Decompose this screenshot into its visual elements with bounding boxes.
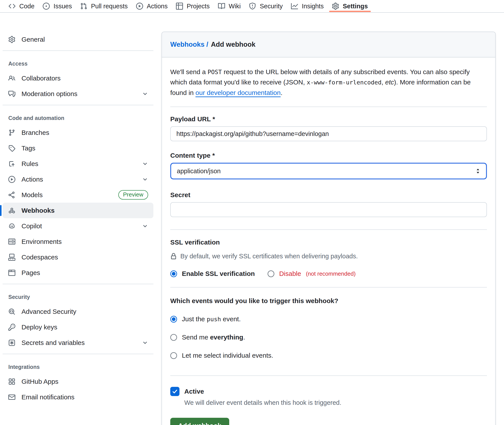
tab-actions[interactable]: Actions bbox=[132, 0, 172, 12]
codespaces-icon bbox=[8, 254, 15, 261]
secret-input[interactable] bbox=[170, 202, 487, 217]
tab-label: Insights bbox=[302, 3, 324, 10]
server-icon bbox=[8, 238, 15, 245]
tab-insights[interactable]: Insights bbox=[287, 0, 328, 12]
sidebar-item-deploy-keys[interactable]: Deploy keys bbox=[3, 319, 153, 335]
play-icon bbox=[136, 3, 143, 10]
settings-sidebar: General Access Collaborators Moderation … bbox=[0, 32, 153, 405]
sidebar-section-integrations: Integrations bbox=[8, 364, 153, 370]
tab-pull-requests[interactable]: Pull requests bbox=[76, 0, 132, 12]
sidebar-item-models[interactable]: Models Preview bbox=[3, 187, 153, 203]
developer-documentation-link[interactable]: our developer documentation bbox=[195, 89, 281, 96]
event-option-everything[interactable]: Send me everything. bbox=[170, 333, 487, 341]
sidebar-divider bbox=[3, 105, 153, 105]
browser-icon bbox=[8, 269, 15, 276]
tab-label: Projects bbox=[187, 3, 210, 10]
content-type-label: Content type * bbox=[170, 152, 487, 159]
sidebar-item-label: Rules bbox=[21, 160, 38, 167]
apps-grid-icon bbox=[8, 378, 15, 385]
breadcrumb-webhooks-link[interactable]: Webhooks / bbox=[170, 40, 208, 48]
radio-checked-icon[interactable] bbox=[170, 316, 177, 323]
breadcrumb: Webhooks / Add webhook bbox=[162, 32, 495, 57]
page-title: Add webhook bbox=[211, 40, 255, 48]
radio-unchecked-icon[interactable] bbox=[268, 270, 274, 277]
payload-url-input[interactable] bbox=[170, 126, 487, 141]
tab-label: Code bbox=[19, 3, 34, 10]
mail-icon bbox=[8, 394, 15, 401]
active-checkbox[interactable] bbox=[170, 387, 180, 396]
add-webhook-button[interactable]: Add webhook bbox=[170, 418, 229, 425]
sidebar-item-label: Advanced Security bbox=[21, 308, 76, 315]
tab-wiki[interactable]: Wiki bbox=[214, 0, 245, 12]
sidebar-item-secrets-and-variables[interactable]: Secrets and variables bbox=[3, 335, 153, 351]
sidebar-item-advanced-security[interactable]: Advanced Security bbox=[3, 304, 153, 319]
tab-settings[interactable]: Settings bbox=[328, 0, 372, 12]
sidebar-item-pages[interactable]: Pages bbox=[3, 265, 153, 280]
sidebar-item-label: General bbox=[21, 36, 45, 43]
radio-unchecked-icon[interactable] bbox=[170, 334, 177, 341]
sidebar-divider bbox=[3, 354, 153, 354]
graph-icon bbox=[291, 3, 298, 10]
tab-code[interactable]: Code bbox=[4, 0, 39, 12]
disable-ssl-note: (not recommended) bbox=[306, 270, 356, 277]
sidebar-item-tags[interactable]: Tags bbox=[3, 140, 153, 156]
sidebar-item-label: Models bbox=[21, 191, 43, 199]
sidebar-divider bbox=[3, 50, 153, 51]
lock-icon bbox=[170, 253, 177, 260]
sidebar-item-actions[interactable]: Actions bbox=[3, 172, 153, 187]
shield-icon bbox=[249, 3, 256, 10]
content-type-select[interactable]: application/json bbox=[170, 163, 487, 179]
enable-ssl-radio-option[interactable]: Enable SSL verification bbox=[170, 270, 255, 277]
tab-label: Security bbox=[260, 3, 283, 10]
chevron-down-icon bbox=[142, 91, 148, 97]
sidebar-item-label: Collaborators bbox=[21, 74, 60, 82]
section-divider bbox=[170, 106, 487, 107]
play-icon bbox=[8, 176, 15, 183]
radio-checked-icon[interactable] bbox=[170, 270, 177, 277]
radio-unchecked-icon[interactable] bbox=[170, 352, 177, 359]
check-icon bbox=[172, 388, 178, 394]
sidebar-item-rules[interactable]: Rules bbox=[3, 156, 153, 172]
tab-label: Pull requests bbox=[91, 3, 128, 10]
active-checkbox-row[interactable]: Active bbox=[170, 387, 487, 396]
event-option-individual[interactable]: Let me select individual events. bbox=[170, 352, 487, 359]
tab-security[interactable]: Security bbox=[245, 0, 287, 12]
comment-discussion-icon bbox=[8, 90, 15, 97]
people-icon bbox=[8, 75, 15, 82]
sidebar-item-collaborators[interactable]: Collaborators bbox=[3, 70, 153, 86]
sidebar-item-email-notifications[interactable]: Email notifications bbox=[3, 389, 153, 405]
sidebar-item-label: GitHub Apps bbox=[21, 378, 58, 385]
enable-ssl-label: Enable SSL verification bbox=[182, 270, 255, 277]
sidebar-item-general[interactable]: General bbox=[3, 32, 153, 47]
post-code-text: POST bbox=[207, 69, 222, 75]
disable-ssl-label: Disable bbox=[279, 270, 301, 277]
codescan-icon bbox=[8, 308, 15, 315]
tab-projects[interactable]: Projects bbox=[172, 0, 214, 12]
sidebar-item-branches[interactable]: Branches bbox=[3, 125, 153, 140]
models-icon bbox=[8, 192, 15, 199]
sidebar-item-moderation-options[interactable]: Moderation options bbox=[3, 86, 153, 101]
tab-issues[interactable]: Issues bbox=[39, 0, 76, 12]
disable-ssl-radio-option[interactable]: Disable (not recommended) bbox=[268, 270, 356, 277]
chevron-down-icon bbox=[142, 161, 148, 167]
webhook-icon bbox=[8, 207, 15, 214]
sidebar-item-codespaces[interactable]: Codespaces bbox=[3, 249, 153, 265]
chevron-down-icon bbox=[142, 340, 148, 346]
sidebar-item-label: Moderation options bbox=[21, 90, 77, 98]
sidebar-item-webhooks[interactable]: Webhooks bbox=[3, 203, 153, 218]
sidebar-item-label: Webhooks bbox=[21, 207, 55, 214]
push-code-text: push bbox=[207, 316, 221, 323]
sidebar-section-code-and-automation: Code and automation bbox=[8, 115, 153, 121]
select-arrows-icon bbox=[475, 167, 481, 175]
active-note: We will deliver event details when this … bbox=[184, 399, 487, 406]
issue-opened-icon bbox=[43, 3, 50, 10]
event-option-label: Let me select individual events. bbox=[182, 352, 273, 359]
event-option-just-push[interactable]: Just the push event. bbox=[170, 315, 487, 323]
gear-icon bbox=[8, 36, 15, 43]
section-divider bbox=[170, 287, 487, 287]
urlencoded-code-text: x-www-form-urlencoded bbox=[307, 79, 381, 86]
sidebar-item-github-apps[interactable]: GitHub Apps bbox=[3, 374, 153, 389]
add-webhook-card: Webhooks / Add webhook We'll send a POST… bbox=[162, 32, 496, 425]
sidebar-item-environments[interactable]: Environments bbox=[3, 234, 153, 249]
sidebar-item-copilot[interactable]: Copilot bbox=[3, 218, 153, 234]
